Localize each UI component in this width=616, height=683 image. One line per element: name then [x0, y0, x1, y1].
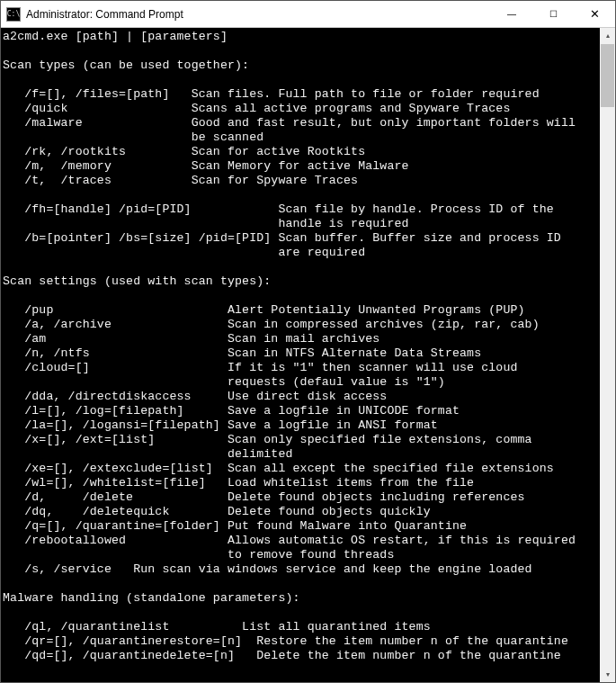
client-area: a2cmd.exe [path] | [parameters] Scan typ… — [1, 28, 615, 682]
window-frame: C:\ Administrator: Command Prompt — ☐ ✕ … — [0, 0, 616, 683]
maximize-button[interactable]: ☐ — [532, 1, 574, 27]
close-button[interactable]: ✕ — [574, 1, 615, 27]
vertical-scrollbar[interactable]: ▴ ▾ — [600, 28, 615, 682]
window-controls: — ☐ ✕ — [491, 1, 615, 27]
scroll-up-button[interactable]: ▴ — [600, 28, 615, 43]
scroll-thumb[interactable] — [601, 44, 614, 107]
minimize-button[interactable]: — — [491, 1, 532, 27]
cmd-icon: C:\ — [6, 7, 21, 22]
scroll-down-button[interactable]: ▾ — [600, 667, 615, 682]
titlebar[interactable]: C:\ Administrator: Command Prompt — ☐ ✕ — [1, 1, 615, 28]
window-title: Administrator: Command Prompt — [26, 8, 491, 21]
terminal-output[interactable]: a2cmd.exe [path] | [parameters] Scan typ… — [1, 28, 600, 682]
